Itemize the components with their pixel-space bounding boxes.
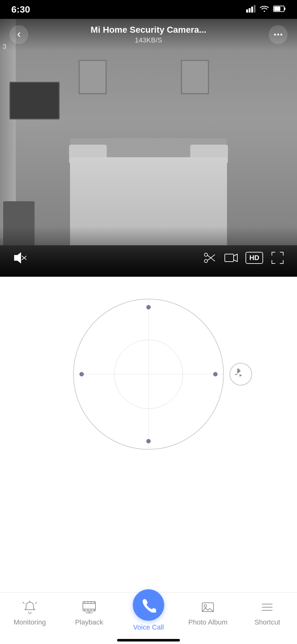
ptz-down-dot bbox=[146, 439, 151, 443]
tv-shape bbox=[9, 82, 60, 119]
camera-top-label: 3 bbox=[3, 42, 6, 51]
svg-rect-17 bbox=[225, 254, 234, 262]
hd-quality-button[interactable]: HD bbox=[246, 252, 263, 264]
home-indicator bbox=[117, 639, 180, 641]
signal-icon bbox=[246, 5, 256, 14]
picture-frame-right bbox=[181, 60, 209, 94]
playback-label: Playback bbox=[75, 618, 103, 626]
bottom-nav: Monitoring Playback bbox=[0, 592, 297, 644]
nav-item-voice-call[interactable]: Voice Call bbox=[123, 599, 174, 631]
camera-speed: 143KB/S bbox=[91, 36, 207, 44]
svg-point-14 bbox=[204, 259, 208, 263]
svg-marker-10 bbox=[14, 253, 21, 263]
svg-marker-20 bbox=[240, 374, 242, 377]
svg-line-22 bbox=[23, 602, 24, 603]
svg-rect-3 bbox=[254, 5, 256, 13]
nav-item-photo-album[interactable]: Photo Album bbox=[183, 599, 233, 626]
camera-top-bar: 3 Mi Home Security Camera... 143KB/S bbox=[0, 19, 297, 50]
svg-point-13 bbox=[204, 253, 208, 256]
more-options-button[interactable] bbox=[269, 25, 288, 44]
photo-album-icon bbox=[199, 599, 216, 616]
status-bar: 6:30 bbox=[0, 0, 297, 19]
voice-call-button[interactable] bbox=[133, 589, 164, 621]
nav-item-monitoring[interactable]: Monitoring bbox=[5, 599, 55, 626]
monitoring-label: Monitoring bbox=[14, 618, 46, 626]
shortcut-icon bbox=[259, 599, 276, 616]
ptz-right-dot bbox=[213, 372, 218, 376]
wifi-icon bbox=[259, 5, 269, 14]
ptz-inner-ring bbox=[114, 340, 183, 409]
ptz-reset-button[interactable] bbox=[230, 363, 252, 386]
fullscreen-button[interactable] bbox=[271, 251, 284, 265]
svg-line-15 bbox=[208, 255, 215, 261]
video-record-button[interactable] bbox=[224, 251, 238, 265]
camera-title: Mi Home Security Camera... bbox=[91, 25, 207, 35]
voice-call-label: Voice Call bbox=[133, 623, 164, 631]
svg-line-16 bbox=[208, 255, 215, 260]
playback-icon bbox=[81, 599, 98, 616]
ptz-container[interactable] bbox=[70, 296, 227, 453]
svg-line-23 bbox=[35, 602, 37, 603]
mute-button[interactable] bbox=[13, 251, 26, 265]
status-time: 6:30 bbox=[11, 4, 30, 15]
camera-view: 3 Mi Home Security Camera... 143KB/S bbox=[0, 19, 297, 277]
svg-marker-18 bbox=[234, 254, 237, 262]
screenshot-button[interactable] bbox=[203, 251, 217, 265]
monitoring-icon bbox=[21, 599, 38, 616]
svg-rect-0 bbox=[246, 9, 248, 13]
svg-point-8 bbox=[277, 34, 279, 36]
battery-icon bbox=[273, 5, 286, 14]
ptz-left-dot bbox=[79, 372, 84, 376]
svg-rect-1 bbox=[249, 8, 251, 13]
nav-item-playback[interactable]: Playback bbox=[64, 599, 114, 626]
back-button[interactable] bbox=[9, 25, 28, 44]
status-icons bbox=[246, 5, 286, 14]
photo-album-label: Photo Album bbox=[188, 618, 228, 626]
camera-title-block: Mi Home Security Camera... 143KB/S bbox=[91, 25, 207, 44]
svg-rect-5 bbox=[284, 8, 285, 10]
shortcut-label: Shortcut bbox=[254, 618, 280, 626]
nav-item-shortcut[interactable]: Shortcut bbox=[242, 599, 292, 626]
svg-point-38 bbox=[204, 605, 207, 607]
picture-frame-left bbox=[78, 60, 107, 94]
ptz-area bbox=[0, 277, 297, 453]
svg-point-7 bbox=[274, 34, 276, 36]
camera-controls: HD bbox=[0, 239, 297, 277]
ptz-up-dot bbox=[146, 305, 151, 309]
svg-rect-6 bbox=[274, 7, 280, 11]
svg-marker-19 bbox=[238, 369, 240, 373]
svg-rect-2 bbox=[251, 7, 253, 13]
svg-point-9 bbox=[280, 34, 282, 36]
